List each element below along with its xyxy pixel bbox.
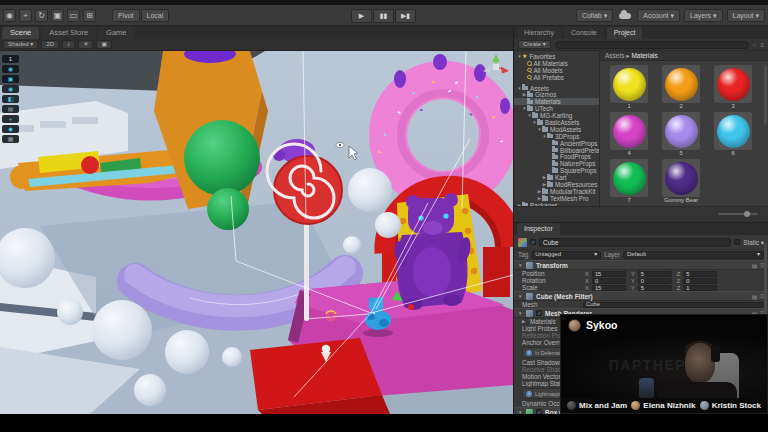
scale-z-field[interactable]: 1 <box>683 285 717 291</box>
transform-component-header[interactable]: ▼ Transform ▤≡ <box>514 260 768 270</box>
tree-item-modulartrackkit[interactable]: ▶ModularTrackKit <box>514 188 599 195</box>
scene-3d-view[interactable] <box>0 51 513 414</box>
position-z-field[interactable]: 5 <box>683 271 717 277</box>
tree-item-squareprops[interactable]: SquareProps <box>514 167 599 174</box>
toggle-2d[interactable]: 2D <box>41 40 59 49</box>
layer-dropdown[interactable]: Default▾ <box>623 251 764 259</box>
tab-asset-store[interactable]: Asset Store <box>41 27 96 39</box>
tab-hierarchy[interactable]: Hierarchy <box>517 27 561 39</box>
scale-y-field[interactable]: 5 <box>638 285 672 291</box>
material-item-7[interactable]: 7 <box>610 159 648 203</box>
transform-tool-icon[interactable]: ⊞ <box>83 9 96 22</box>
cloud-icon[interactable] <box>619 13 631 19</box>
rotate-tool-icon[interactable]: ↻ <box>35 9 48 22</box>
tree-item-textmeshpro[interactable]: ▶TextMesh Pro <box>514 195 599 202</box>
overlay-diamond-icon[interactable]: ◆ <box>2 125 19 133</box>
tab-scene[interactable]: Scene <box>2 27 39 39</box>
preset-icon[interactable]: ▤ <box>752 262 758 269</box>
play-button[interactable]: ▶ <box>351 9 372 23</box>
tree-item-mg-karting[interactable]: ▼MG-Karting <box>514 112 599 119</box>
camera-visibility-icon[interactable]: ▣ <box>96 40 112 49</box>
active-checkbox[interactable]: ✓ <box>530 239 536 245</box>
overlay-rows-icon[interactable]: ▤ <box>2 105 19 113</box>
rotation-x-field[interactable]: 0 <box>592 278 626 284</box>
project-search-input[interactable] <box>555 41 749 49</box>
account-button[interactable]: Account ▾ <box>637 9 680 22</box>
material-item-5[interactable]: 5 <box>662 112 700 156</box>
hand-tool-icon[interactable]: ◉ <box>3 9 16 22</box>
tree-item-modassets[interactable]: ▼ModAssets <box>514 126 599 133</box>
overlay-button-1[interactable]: 1 <box>2 55 19 63</box>
tree-item-basicassets[interactable]: ▼BasicAssets <box>514 119 599 126</box>
tree-item-all-models[interactable]: All Models <box>514 67 599 74</box>
pivot-button[interactable]: Pivot <box>112 9 140 22</box>
overlay-eye-icon[interactable]: ◉ <box>2 65 19 73</box>
mesh-renderer-enabled-checkbox[interactable]: ✓ <box>536 310 542 316</box>
lock-icon[interactable]: ○ <box>753 42 757 48</box>
tree-item-all-prefabs[interactable]: All Prefabs <box>514 74 599 81</box>
overlay-grid-icon[interactable]: ▦ <box>2 135 19 143</box>
mesh-filter-component-header[interactable]: ▼ Cube (Mesh Filter) ▤≡ <box>514 291 768 301</box>
zoom-slider[interactable] <box>718 213 758 215</box>
gameobject-name-field[interactable]: Cube <box>539 238 731 247</box>
rotation-z-field[interactable]: 0 <box>683 278 717 284</box>
static-label[interactable]: Static ▾ <box>743 239 764 246</box>
tab-inspector[interactable]: Inspector <box>517 223 560 235</box>
tree-item-utech[interactable]: ▼UTech <box>514 105 599 112</box>
tree-item-modresources[interactable]: ▶ModResources <box>514 181 599 188</box>
lighting-toggle-icon[interactable]: ☀ <box>78 40 93 49</box>
material-item-2[interactable]: 2 <box>662 65 700 109</box>
step-button[interactable]: ▶▮ <box>395 9 416 23</box>
static-checkbox[interactable] <box>734 239 740 245</box>
move-tool-icon[interactable]: + <box>19 9 32 22</box>
tab-console[interactable]: Console <box>564 27 604 39</box>
layers-button[interactable]: Layers ▾ <box>684 9 722 22</box>
mini-donut-pickup[interactable] <box>326 311 337 322</box>
tree-item-foodprops[interactable]: FoodProps <box>514 153 599 160</box>
material-item-6[interactable]: 6 <box>714 112 752 156</box>
rotation-y-field[interactable]: 0 <box>638 278 672 284</box>
project-scrollbar[interactable] <box>764 65 767 125</box>
scene-tab-bar: Scene Asset Store Game <box>0 26 513 39</box>
rect-tool-icon[interactable]: ▭ <box>67 9 80 22</box>
tree-item-billboardprefabs[interactable]: BillboardPrefabs <box>514 147 599 154</box>
pause-button[interactable]: ▮▮ <box>373 9 394 23</box>
material-item-4[interactable]: 4 <box>610 112 648 156</box>
local-button[interactable]: Local <box>141 9 170 22</box>
create-button[interactable]: Create ▾ <box>518 40 551 49</box>
tab-project[interactable]: Project <box>607 27 643 39</box>
scale-x-field[interactable]: 15 <box>592 285 626 291</box>
overlay-camera-icon[interactable]: ▣ <box>2 75 19 83</box>
scene-orientation-gizmo[interactable] <box>481 53 511 81</box>
inspector-scrollbar[interactable] <box>764 243 767 323</box>
guest-name-bar: Mix and Jam Elena Nizhnik Kristin Stock <box>561 398 767 413</box>
tag-dropdown[interactable]: Untagged▾ <box>531 251 601 259</box>
mesh-field[interactable]: Cube <box>583 302 764 308</box>
tree-item-3dprops[interactable]: ▼3DProps <box>514 133 599 140</box>
scale-tool-icon[interactable]: ▣ <box>51 9 64 22</box>
shaded-dropdown[interactable]: Shaded ▾ <box>3 40 38 49</box>
folder-icon <box>552 155 558 160</box>
position-y-field[interactable]: 5 <box>638 271 672 277</box>
star-icon: ★ <box>522 53 527 59</box>
overlay-eye2-icon[interactable]: ◉ <box>2 85 19 93</box>
material-item-3[interactable]: 3 <box>714 65 752 109</box>
tree-item-ancientprops[interactable]: AncientProps <box>514 140 599 147</box>
overlay-plus-icon[interactable]: + <box>2 115 19 123</box>
tree-item-natureprops[interactable]: NatureProps <box>514 160 599 167</box>
layout-button[interactable]: Layout ▾ <box>727 9 766 22</box>
red-gumdrop[interactable] <box>408 304 414 310</box>
tree-item-favorites[interactable]: ▼★Favorites <box>514 53 599 60</box>
panel-menu-icon[interactable]: ≡ <box>760 42 764 48</box>
overlay-half-icon[interactable]: ◧ <box>2 95 19 103</box>
tree-item-kart[interactable]: ▶Kart <box>514 174 599 181</box>
tab-game[interactable]: Game <box>98 27 134 39</box>
collab-button[interactable]: Collab ▾ <box>576 9 613 22</box>
material-item-1[interactable]: 1 <box>610 65 648 109</box>
preset-icon[interactable]: ▤ <box>752 293 758 300</box>
material-item-gummy-bear-dark[interactable]: Gummy Bear Dark <box>662 159 700 203</box>
scene-viewport[interactable] <box>0 51 513 414</box>
tree-item-all-materials[interactable]: All Materials <box>514 60 599 67</box>
audio-toggle-icon[interactable]: ♪ <box>62 40 75 49</box>
position-x-field[interactable]: 15 <box>592 271 626 277</box>
